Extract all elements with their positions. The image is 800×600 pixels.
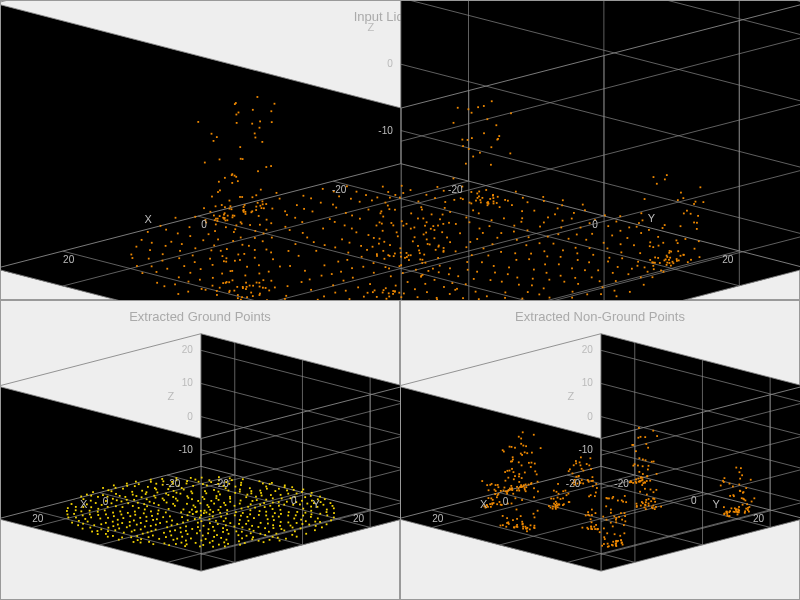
svg-rect-52 [399, 265, 401, 267]
svg-rect-992 [151, 515, 153, 517]
axes3d-nonground[interactable]: -20020-20020-1001020XYZ [401, 301, 800, 600]
svg-rect-1178 [107, 517, 109, 519]
svg-rect-559 [702, 201, 704, 203]
svg-rect-715 [219, 287, 221, 289]
svg-rect-289 [444, 207, 446, 209]
svg-rect-419 [527, 201, 529, 203]
svg-rect-164 [272, 258, 274, 260]
svg-rect-1238 [275, 533, 277, 535]
svg-rect-792 [235, 114, 237, 116]
svg-rect-1316 [112, 535, 114, 537]
subplot-input-lidar[interactable]: Input Lidar Data -20020-20020-1001020XYZ [0, 0, 800, 300]
svg-rect-750 [492, 197, 494, 199]
svg-rect-133 [432, 225, 434, 227]
svg-rect-1903 [494, 493, 496, 495]
svg-rect-388 [179, 250, 181, 252]
svg-rect-1102 [141, 496, 143, 498]
svg-rect-123 [395, 285, 397, 287]
svg-rect-621 [422, 218, 424, 220]
svg-rect-625 [427, 243, 429, 245]
svg-text:Z: Z [168, 390, 175, 402]
svg-rect-1078 [180, 531, 182, 533]
svg-rect-706 [242, 286, 244, 288]
svg-rect-1290 [296, 493, 298, 495]
svg-rect-844 [378, 243, 380, 245]
svg-rect-1407 [150, 479, 152, 481]
svg-rect-1093 [255, 496, 257, 498]
svg-rect-762 [479, 199, 481, 201]
svg-rect-529 [203, 207, 205, 209]
svg-rect-1305 [97, 496, 99, 498]
svg-rect-1411 [102, 487, 104, 489]
svg-rect-406 [602, 286, 604, 288]
svg-rect-1511 [738, 506, 740, 508]
subplot-ground-points[interactable]: Extracted Ground Points -20020-20020-100… [0, 300, 400, 600]
svg-rect-1912 [489, 503, 491, 505]
svg-rect-1251 [274, 490, 276, 492]
svg-rect-949 [225, 504, 227, 506]
svg-text:20: 20 [432, 513, 444, 524]
svg-rect-1328 [269, 539, 271, 541]
svg-text:20: 20 [753, 513, 765, 524]
svg-rect-549 [695, 201, 697, 203]
svg-rect-1067 [155, 497, 157, 499]
svg-rect-217 [329, 218, 331, 220]
svg-rect-1731 [503, 451, 505, 453]
svg-rect-1119 [253, 530, 255, 532]
svg-rect-188 [271, 237, 273, 239]
svg-rect-242 [575, 247, 577, 249]
svg-rect-1117 [228, 533, 230, 535]
svg-rect-1039 [143, 503, 145, 505]
axes3d-input[interactable]: -20020-20020-1001020XYZ [1, 1, 800, 301]
svg-rect-320 [597, 269, 599, 271]
svg-rect-330 [499, 206, 501, 208]
svg-rect-1330 [291, 534, 293, 536]
svg-rect-1212 [154, 487, 156, 489]
svg-rect-1281 [300, 528, 302, 530]
subplot-nonground-points[interactable]: Extracted Non-Ground Points -20020-20020… [400, 300, 800, 600]
svg-rect-1565 [624, 520, 626, 522]
svg-rect-1370 [140, 542, 142, 544]
svg-rect-1318 [137, 539, 139, 541]
svg-rect-834 [389, 197, 391, 199]
svg-rect-1419 [67, 517, 69, 519]
svg-rect-325 [591, 233, 593, 235]
svg-rect-1699 [520, 438, 522, 440]
svg-rect-1275 [209, 542, 211, 544]
svg-rect-1082 [235, 530, 237, 532]
svg-rect-279 [584, 269, 586, 271]
svg-rect-1873 [579, 462, 581, 464]
svg-rect-1817 [648, 503, 650, 505]
svg-rect-83 [349, 242, 351, 244]
svg-rect-688 [235, 224, 237, 226]
svg-rect-729 [483, 132, 485, 134]
svg-rect-481 [165, 229, 167, 231]
svg-rect-598 [670, 265, 672, 267]
svg-rect-1606 [521, 477, 523, 479]
svg-rect-1352 [138, 483, 140, 485]
svg-rect-427 [262, 203, 264, 205]
svg-rect-56 [417, 245, 419, 247]
svg-rect-1800 [646, 494, 648, 496]
axes3d-ground[interactable]: -20020-20020-1001020XYZ [1, 301, 401, 600]
svg-rect-485 [151, 265, 153, 267]
svg-rect-1265 [89, 510, 91, 512]
svg-rect-1124 [288, 511, 290, 513]
svg-rect-1598 [525, 490, 527, 492]
svg-rect-1549 [615, 519, 617, 521]
svg-rect-157 [455, 223, 457, 225]
svg-rect-1570 [599, 531, 601, 533]
svg-rect-1796 [639, 491, 641, 493]
svg-rect-1564 [615, 521, 617, 523]
svg-rect-1863 [580, 456, 582, 458]
svg-rect-775 [259, 120, 261, 122]
svg-rect-82 [373, 237, 375, 239]
svg-rect-663 [226, 257, 228, 259]
svg-rect-1763 [596, 487, 598, 489]
svg-rect-1857 [552, 508, 554, 510]
svg-rect-947 [234, 514, 236, 516]
svg-rect-369 [611, 235, 613, 237]
svg-rect-87 [390, 275, 392, 277]
svg-rect-1108 [122, 517, 124, 519]
svg-rect-1560 [603, 536, 605, 538]
